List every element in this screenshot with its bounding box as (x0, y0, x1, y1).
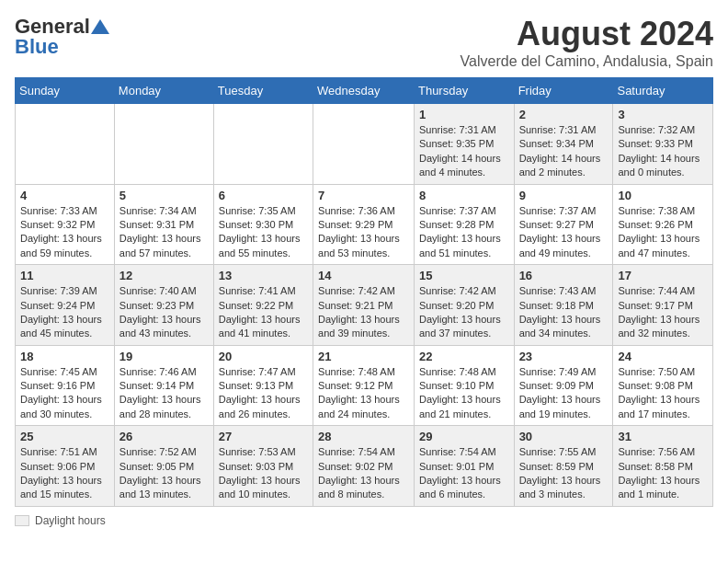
day-info: Sunrise: 7:37 AM Sunset: 9:28 PM Dayligh… (419, 204, 509, 261)
day-info: Sunrise: 7:54 AM Sunset: 9:02 PM Dayligh… (318, 445, 409, 502)
table-row: 22Sunrise: 7:48 AM Sunset: 9:10 PM Dayli… (414, 345, 514, 426)
table-row: 15Sunrise: 7:42 AM Sunset: 9:20 PM Dayli… (414, 265, 514, 346)
logo-blue: Blue (15, 35, 59, 59)
day-info: Sunrise: 7:48 AM Sunset: 9:10 PM Dayligh… (419, 365, 509, 422)
day-number: 17 (618, 269, 708, 282)
day-number: 26 (119, 430, 209, 443)
day-info: Sunrise: 7:32 AM Sunset: 9:33 PM Dayligh… (618, 123, 708, 180)
table-row: 9Sunrise: 7:37 AM Sunset: 9:27 PM Daylig… (514, 184, 613, 265)
day-info: Sunrise: 7:36 AM Sunset: 9:29 PM Dayligh… (318, 204, 409, 261)
table-row (313, 104, 415, 185)
day-number: 9 (519, 189, 609, 202)
day-number: 10 (618, 189, 708, 202)
day-number: 22 (419, 350, 509, 363)
table-row: 10Sunrise: 7:38 AM Sunset: 9:26 PM Dayli… (613, 184, 713, 265)
day-number: 15 (419, 269, 509, 282)
day-number: 21 (318, 350, 409, 363)
day-number: 2 (519, 108, 609, 121)
table-row: 8Sunrise: 7:37 AM Sunset: 9:28 PM Daylig… (414, 184, 514, 265)
table-row: 30Sunrise: 7:55 AM Sunset: 8:59 PM Dayli… (514, 426, 613, 507)
table-row: 1Sunrise: 7:31 AM Sunset: 9:35 PM Daylig… (414, 104, 514, 185)
table-row: 19Sunrise: 7:46 AM Sunset: 9:14 PM Dayli… (114, 345, 213, 426)
col-monday: Monday (114, 78, 213, 104)
table-row: 29Sunrise: 7:54 AM Sunset: 9:01 PM Dayli… (414, 426, 514, 507)
col-saturday: Saturday (613, 78, 713, 104)
calendar-week-row: 4Sunrise: 7:33 AM Sunset: 9:32 PM Daylig… (16, 184, 713, 265)
daylight-label: Daylight hours (35, 514, 106, 527)
day-info: Sunrise: 7:45 AM Sunset: 9:16 PM Dayligh… (20, 365, 109, 422)
table-row: 4Sunrise: 7:33 AM Sunset: 9:32 PM Daylig… (16, 184, 115, 265)
day-info: Sunrise: 7:34 AM Sunset: 9:31 PM Dayligh… (119, 204, 209, 261)
table-row: 7Sunrise: 7:36 AM Sunset: 9:29 PM Daylig… (313, 184, 415, 265)
table-row (213, 104, 313, 185)
day-number: 5 (119, 189, 209, 202)
table-row: 5Sunrise: 7:34 AM Sunset: 9:31 PM Daylig… (114, 184, 213, 265)
table-row: 31Sunrise: 7:56 AM Sunset: 8:58 PM Dayli… (613, 426, 713, 507)
col-wednesday: Wednesday (313, 78, 415, 104)
day-number: 30 (519, 430, 609, 443)
day-info: Sunrise: 7:51 AM Sunset: 9:06 PM Dayligh… (20, 445, 109, 502)
day-number: 3 (618, 108, 708, 121)
day-number: 16 (519, 269, 609, 282)
table-row: 13Sunrise: 7:41 AM Sunset: 9:22 PM Dayli… (213, 265, 313, 346)
calendar-table: Sunday Monday Tuesday Wednesday Thursday… (15, 77, 713, 507)
table-row: 17Sunrise: 7:44 AM Sunset: 9:17 PM Dayli… (613, 265, 713, 346)
calendar-week-row: 25Sunrise: 7:51 AM Sunset: 9:06 PM Dayli… (16, 426, 713, 507)
calendar-week-row: 1Sunrise: 7:31 AM Sunset: 9:35 PM Daylig… (16, 104, 713, 185)
day-number: 4 (20, 189, 109, 202)
header: General Blue August 2024 Valverde del Ca… (15, 15, 713, 70)
day-info: Sunrise: 7:47 AM Sunset: 9:13 PM Dayligh… (219, 365, 308, 422)
day-number: 24 (618, 350, 708, 363)
day-number: 20 (219, 350, 308, 363)
table-row: 28Sunrise: 7:54 AM Sunset: 9:02 PM Dayli… (313, 426, 415, 507)
day-info: Sunrise: 7:39 AM Sunset: 9:24 PM Dayligh… (20, 284, 109, 341)
day-info: Sunrise: 7:44 AM Sunset: 9:17 PM Dayligh… (618, 284, 708, 341)
day-info: Sunrise: 7:40 AM Sunset: 9:23 PM Dayligh… (119, 284, 209, 341)
day-info: Sunrise: 7:42 AM Sunset: 9:20 PM Dayligh… (419, 284, 509, 341)
day-info: Sunrise: 7:48 AM Sunset: 9:12 PM Dayligh… (318, 365, 409, 422)
day-number: 27 (219, 430, 308, 443)
logo: General Blue (15, 15, 110, 59)
col-sunday: Sunday (16, 78, 115, 104)
day-number: 6 (219, 189, 308, 202)
day-number: 29 (419, 430, 509, 443)
day-info: Sunrise: 7:42 AM Sunset: 9:21 PM Dayligh… (318, 284, 409, 341)
day-number: 31 (618, 430, 708, 443)
day-info: Sunrise: 7:43 AM Sunset: 9:18 PM Dayligh… (519, 284, 609, 341)
calendar-week-row: 11Sunrise: 7:39 AM Sunset: 9:24 PM Dayli… (16, 265, 713, 346)
table-row: 11Sunrise: 7:39 AM Sunset: 9:24 PM Dayli… (16, 265, 115, 346)
table-row: 14Sunrise: 7:42 AM Sunset: 9:21 PM Dayli… (313, 265, 415, 346)
day-number: 14 (318, 269, 409, 282)
table-row: 23Sunrise: 7:49 AM Sunset: 9:09 PM Dayli… (514, 345, 613, 426)
day-number: 1 (419, 108, 509, 121)
location-subtitle: Valverde del Camino, Andalusia, Spain (461, 53, 713, 70)
day-number: 19 (119, 350, 209, 363)
calendar-header-row: Sunday Monday Tuesday Wednesday Thursday… (16, 78, 713, 104)
month-title: August 2024 (461, 15, 713, 53)
table-row: 18Sunrise: 7:45 AM Sunset: 9:16 PM Dayli… (16, 345, 115, 426)
day-info: Sunrise: 7:56 AM Sunset: 8:58 PM Dayligh… (618, 445, 708, 502)
day-info: Sunrise: 7:54 AM Sunset: 9:01 PM Dayligh… (419, 445, 509, 502)
day-info: Sunrise: 7:33 AM Sunset: 9:32 PM Dayligh… (20, 204, 109, 261)
table-row: 16Sunrise: 7:43 AM Sunset: 9:18 PM Dayli… (514, 265, 613, 346)
title-area: August 2024 Valverde del Camino, Andalus… (461, 15, 713, 70)
day-info: Sunrise: 7:53 AM Sunset: 9:03 PM Dayligh… (219, 445, 308, 502)
table-row: 20Sunrise: 7:47 AM Sunset: 9:13 PM Dayli… (213, 345, 313, 426)
table-row: 27Sunrise: 7:53 AM Sunset: 9:03 PM Dayli… (213, 426, 313, 507)
day-info: Sunrise: 7:38 AM Sunset: 9:26 PM Dayligh… (618, 204, 708, 261)
svg-marker-0 (91, 19, 109, 34)
table-row (114, 104, 213, 185)
day-info: Sunrise: 7:35 AM Sunset: 9:30 PM Dayligh… (219, 204, 308, 261)
table-row: 21Sunrise: 7:48 AM Sunset: 9:12 PM Dayli… (313, 345, 415, 426)
table-row: 25Sunrise: 7:51 AM Sunset: 9:06 PM Dayli… (16, 426, 115, 507)
col-tuesday: Tuesday (213, 78, 313, 104)
day-number: 8 (419, 189, 509, 202)
day-info: Sunrise: 7:46 AM Sunset: 9:14 PM Dayligh… (119, 365, 209, 422)
day-number: 12 (119, 269, 209, 282)
table-row (16, 104, 115, 185)
table-row: 12Sunrise: 7:40 AM Sunset: 9:23 PM Dayli… (114, 265, 213, 346)
logo-triangle-icon (91, 17, 109, 36)
day-number: 28 (318, 430, 409, 443)
table-row: 6Sunrise: 7:35 AM Sunset: 9:30 PM Daylig… (213, 184, 313, 265)
day-info: Sunrise: 7:49 AM Sunset: 9:09 PM Dayligh… (519, 365, 609, 422)
